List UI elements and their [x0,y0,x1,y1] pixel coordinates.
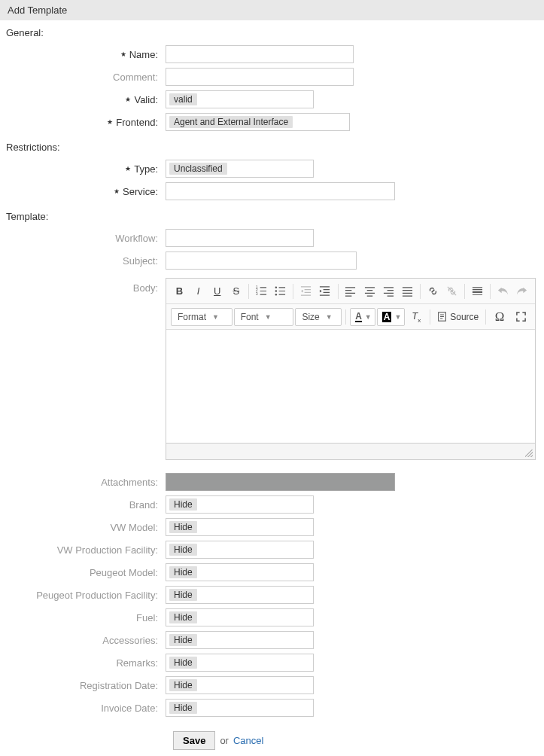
toolbar-separator [485,309,486,325]
cancel-link[interactable]: Cancel [233,735,263,746]
peugeot-model-select[interactable]: Hide [166,563,314,581]
caret-down-icon: ▼ [394,313,401,321]
required-star: ★ [120,50,126,58]
remarks-value: Hide [169,657,197,669]
source-icon [437,312,447,322]
frontend-select[interactable]: Agent and External Interface [166,113,350,131]
label-brand: Brand: [129,499,158,511]
reg-date-value: Hide [169,679,197,691]
type-select[interactable]: Unclassified [166,160,314,178]
redo-icon [516,285,527,297]
label-remarks: Remarks: [116,657,158,669]
required-star: ★ [114,187,120,195]
page-header: Add Template [0,0,544,20]
editor-footer [166,443,535,459]
link-icon [427,285,439,297]
valid-select[interactable]: valid [166,90,314,108]
size-select[interactable]: Size▼ [295,308,342,326]
align-center-button[interactable] [361,282,378,301]
toolbar-separator [420,284,421,299]
type-value: Unclassified [169,163,227,175]
font-select[interactable]: Font▼ [234,308,294,326]
remove-format-button[interactable]: Tx [406,307,426,327]
redo-button[interactable] [513,282,530,301]
font-select-label: Font [241,312,259,322]
label-service: Service: [123,186,158,197]
align-left-icon [345,285,356,297]
text-color-button[interactable]: A▼ [350,308,375,326]
unlink-button[interactable] [443,282,460,301]
page-title: Add Template [8,5,67,16]
fuel-value: Hide [169,611,197,623]
svg-point-4 [275,290,277,291]
label-peugeot-prod: Peugeot Production Facility: [36,590,158,601]
bg-color-icon: A [382,312,392,322]
indent-button[interactable] [316,282,333,301]
editor-toolbar-1: B I U S 123 [166,279,535,304]
underline-button[interactable]: U [208,282,226,301]
accessories-value: Hide [169,634,197,646]
toolbar-separator [490,284,491,299]
peugeot-prod-select[interactable]: Hide [166,586,314,604]
align-left-button[interactable] [342,282,359,301]
brand-select[interactable]: Hide [166,495,314,514]
label-type: Type: [134,163,158,175]
undo-button[interactable] [494,282,512,301]
vw-model-select[interactable]: Hide [166,518,314,536]
vw-prod-select[interactable]: Hide [166,541,314,559]
workflow-input[interactable] [166,229,314,247]
hr-button[interactable] [469,282,486,301]
reg-date-select[interactable]: Hide [166,676,314,694]
subject-input[interactable] [166,251,357,270]
unordered-list-button[interactable] [272,282,289,301]
align-right-button[interactable] [380,282,397,301]
accessories-select[interactable]: Hide [166,631,314,649]
label-vw-model: VW Model: [110,522,158,533]
label-attachments: Attachments: [101,477,158,488]
outdent-icon [300,285,312,297]
comment-input[interactable] [166,68,354,86]
indent-icon [319,285,330,297]
italic-button[interactable]: I [190,282,207,301]
bg-color-button[interactable]: A▼ [377,308,406,326]
fuel-select[interactable]: Hide [166,608,314,626]
source-button[interactable]: Source [434,312,482,322]
unlink-icon [446,285,457,297]
vw-model-value: Hide [169,521,197,533]
maximize-button[interactable] [511,307,530,327]
ordered-list-button[interactable]: 123 [253,282,270,301]
align-justify-button[interactable] [399,282,416,301]
invoice-date-select[interactable]: Hide [166,699,314,717]
source-label: Source [450,312,479,322]
svg-text:3: 3 [256,292,258,296]
label-fuel: Fuel: [136,612,158,623]
service-input[interactable] [166,182,395,200]
save-button[interactable]: Save [173,731,215,750]
required-star: ★ [125,165,131,172]
brand-value: Hide [169,498,197,511]
attachments-input[interactable] [166,473,395,491]
hr-icon [472,285,483,297]
format-select[interactable]: Format▼ [171,308,232,326]
label-peugeot-model: Peugeot Model: [90,567,158,578]
maximize-icon [515,311,527,322]
special-char-button[interactable]: Ω [490,307,509,327]
peugeot-prod-value: Hide [169,589,197,601]
invoice-date-value: Hide [169,702,197,714]
label-comment: Comment: [113,72,158,83]
outdent-button[interactable] [297,282,315,301]
caret-down-icon: ▼ [365,313,372,321]
svg-point-3 [275,287,277,288]
label-subject: Subject: [123,255,158,267]
strike-button[interactable]: S [227,282,245,301]
name-input[interactable] [166,45,354,63]
link-button[interactable] [424,282,442,301]
label-invoice-date: Invoice Date: [101,703,158,714]
align-right-icon [383,285,394,297]
remarks-select[interactable]: Hide [166,654,314,672]
editor-content[interactable] [166,330,535,443]
bold-button[interactable]: B [171,282,188,301]
align-justify-icon [402,285,413,297]
toolbar-separator [293,284,293,299]
text-color-icon: A [355,312,362,322]
